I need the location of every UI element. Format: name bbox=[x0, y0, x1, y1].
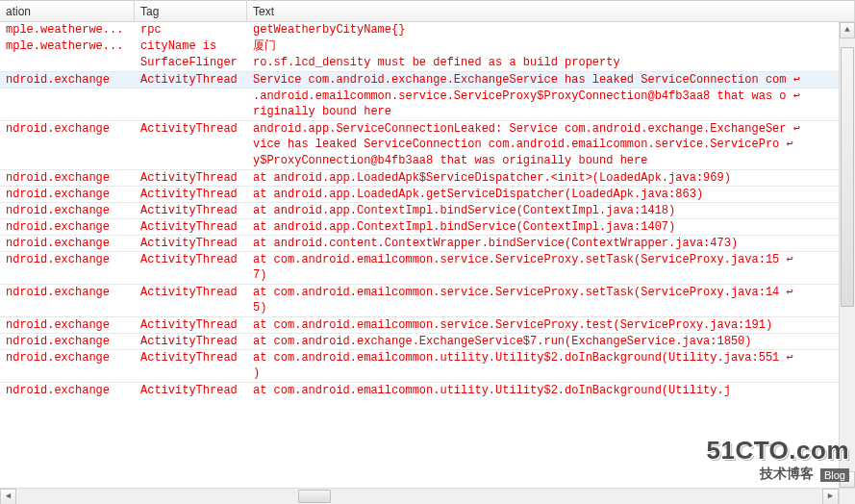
table-row[interactable]: mple.weatherwe...rpcgetWeatherbyCityName… bbox=[0, 22, 839, 38]
cell-text: Service com.android.exchange.ExchangeSer… bbox=[247, 72, 839, 88]
table-row[interactable]: ndroid.exchangeActivityThreadat com.andr… bbox=[0, 316, 839, 333]
cell-tag bbox=[135, 153, 247, 169]
cell-text: at com.android.emailcommon.service.Servi… bbox=[247, 317, 839, 333]
scrollbar-corner bbox=[839, 488, 855, 504]
cell-application: ndroid.exchange bbox=[0, 317, 135, 333]
scroll-down-button[interactable]: ▼ bbox=[840, 471, 855, 488]
cell-tag: ActivityThread bbox=[135, 252, 247, 267]
cell-text: at com.android.emailcommon.utility.Utili… bbox=[247, 383, 839, 398]
cell-application: ndroid.exchange bbox=[0, 219, 135, 235]
cell-tag bbox=[135, 365, 247, 382]
header-application[interactable]: ation bbox=[0, 1, 135, 21]
scroll-right-button[interactable]: ▶ bbox=[822, 489, 839, 504]
cell-application: ndroid.exchange bbox=[0, 187, 135, 202]
table-body: mple.weatherwe...rpcgetWeatherbyCityName… bbox=[0, 22, 855, 504]
scroll-up-button[interactable]: ▲ bbox=[840, 22, 855, 38]
cell-application bbox=[0, 153, 135, 169]
vertical-scrollbar[interactable]: ▲ ▼ bbox=[839, 22, 855, 488]
cell-application: ndroid.exchange bbox=[0, 72, 135, 88]
cell-application: mple.weatherwe... bbox=[0, 38, 135, 55]
table-row[interactable]: riginally bound here bbox=[0, 104, 839, 120]
cell-text: getWeatherbyCityName{} bbox=[247, 22, 839, 38]
table-row[interactable]: ndroid.exchangeActivityThreadat com.andr… bbox=[0, 382, 839, 398]
table-row[interactable]: ndroid.exchangeActivityThreadat com.andr… bbox=[0, 333, 839, 349]
cell-tag: ActivityThread bbox=[135, 334, 247, 349]
table-row[interactable]: vice has leaked ServiceConnection com.an… bbox=[0, 137, 839, 153]
vscroll-thumb[interactable] bbox=[841, 47, 854, 307]
hscroll-thumb[interactable] bbox=[298, 490, 331, 503]
chevron-up-icon: ▲ bbox=[844, 26, 849, 35]
cell-text: ro.sf.lcd_density must be defined as a b… bbox=[247, 55, 839, 71]
cell-application bbox=[0, 267, 135, 284]
header-tag[interactable]: Tag bbox=[135, 1, 247, 21]
cell-tag: ActivityThread bbox=[135, 203, 247, 218]
chevron-right-icon: ▶ bbox=[828, 492, 833, 501]
chevron-down-icon: ▼ bbox=[844, 475, 849, 484]
cell-application bbox=[0, 88, 135, 104]
cell-text: at android.app.LoadedApk$ServiceDispatch… bbox=[247, 170, 839, 186]
cell-application: mple.weatherwe... bbox=[0, 22, 135, 38]
table-row[interactable]: ndroid.exchangeActivityThreadat android.… bbox=[0, 169, 839, 186]
hscroll-track[interactable] bbox=[16, 489, 822, 504]
table-row[interactable]: ndroid.exchangeActivityThreadat com.andr… bbox=[0, 251, 839, 267]
table-row[interactable]: 5) bbox=[0, 300, 839, 316]
logcat-panel: ation Tag Text mple.weatherwe...rpcgetWe… bbox=[0, 0, 855, 504]
cell-application: ndroid.exchange bbox=[0, 170, 135, 186]
table-row[interactable]: ndroid.exchangeActivityThreadat android.… bbox=[0, 235, 839, 251]
cell-text: 厦门 bbox=[247, 38, 839, 55]
cell-text: at com.android.emailcommon.utility.Utili… bbox=[247, 350, 839, 365]
horizontal-scrollbar[interactable]: ◀ ▶ bbox=[0, 488, 839, 504]
table-row[interactable]: ndroid.exchangeActivityThreadat com.andr… bbox=[0, 284, 839, 300]
cell-tag: ActivityThread bbox=[135, 170, 247, 186]
table-row[interactable]: ndroid.exchangeActivityThreadat com.andr… bbox=[0, 349, 839, 365]
cell-tag bbox=[135, 137, 247, 153]
cell-text: .android.emailcommon.service.ServiceProx… bbox=[247, 88, 839, 104]
table-row[interactable]: 7) bbox=[0, 267, 839, 284]
cell-text: at com.android.emailcommon.service.Servi… bbox=[247, 285, 839, 300]
cell-application: ndroid.exchange bbox=[0, 252, 135, 267]
vscroll-track[interactable] bbox=[840, 38, 855, 471]
table-row[interactable]: ndroid.exchangeActivityThreadService com… bbox=[0, 71, 839, 88]
cell-text: riginally bound here bbox=[247, 104, 839, 120]
cell-application: ndroid.exchange bbox=[0, 334, 135, 349]
cell-tag: ActivityThread bbox=[135, 236, 247, 251]
table-row[interactable]: ndroid.exchangeActivityThreadat android.… bbox=[0, 202, 839, 218]
cell-tag bbox=[135, 88, 247, 104]
cell-tag: SurfaceFlinger bbox=[135, 55, 247, 71]
chevron-left-icon: ◀ bbox=[6, 492, 11, 501]
cell-text: android.app.ServiceConnectionLeaked: Ser… bbox=[247, 121, 839, 137]
cell-application bbox=[0, 137, 135, 153]
table-row[interactable]: mple.weatherwe...cityName is厦门 bbox=[0, 38, 839, 55]
cell-text: ) bbox=[247, 365, 839, 382]
table-row[interactable]: ) bbox=[0, 365, 839, 382]
cell-tag: cityName is bbox=[135, 38, 247, 55]
table-row[interactable]: SurfaceFlingerro.sf.lcd_density must be … bbox=[0, 55, 839, 71]
cell-tag bbox=[135, 267, 247, 284]
cell-tag: ActivityThread bbox=[135, 219, 247, 235]
cell-application: ndroid.exchange bbox=[0, 350, 135, 365]
cell-tag: ActivityThread bbox=[135, 121, 247, 137]
cell-text: at com.android.exchange.ExchangeService$… bbox=[247, 334, 839, 349]
cell-text: at android.content.ContextWrapper.bindSe… bbox=[247, 236, 839, 251]
cell-application: ndroid.exchange bbox=[0, 121, 135, 137]
cell-application bbox=[0, 300, 135, 316]
cell-tag bbox=[135, 300, 247, 316]
cell-tag bbox=[135, 104, 247, 120]
table-row[interactable]: ndroid.exchangeActivityThreadandroid.app… bbox=[0, 120, 839, 137]
table-row[interactable]: y$ProxyConnection@b4fb3aa8 that was orig… bbox=[0, 153, 839, 169]
table-row[interactable]: ndroid.exchangeActivityThreadat android.… bbox=[0, 186, 839, 202]
cell-tag: ActivityThread bbox=[135, 72, 247, 88]
header-text[interactable]: Text bbox=[247, 1, 855, 21]
scroll-left-button[interactable]: ◀ bbox=[0, 489, 16, 504]
table-header: ation Tag Text bbox=[0, 1, 855, 22]
table-row[interactable]: .android.emailcommon.service.ServiceProx… bbox=[0, 88, 839, 104]
cell-text: vice has leaked ServiceConnection com.an… bbox=[247, 137, 839, 153]
cell-text: at android.app.LoadedApk.getServiceDispa… bbox=[247, 187, 839, 202]
rows-container: mple.weatherwe...rpcgetWeatherbyCityName… bbox=[0, 22, 839, 488]
cell-text: at android.app.ContextImpl.bindService(C… bbox=[247, 219, 839, 235]
cell-text: 5) bbox=[247, 300, 839, 316]
cell-tag: ActivityThread bbox=[135, 383, 247, 398]
cell-tag: ActivityThread bbox=[135, 187, 247, 202]
cell-text: 7) bbox=[247, 267, 839, 284]
table-row[interactable]: ndroid.exchangeActivityThreadat android.… bbox=[0, 218, 839, 235]
